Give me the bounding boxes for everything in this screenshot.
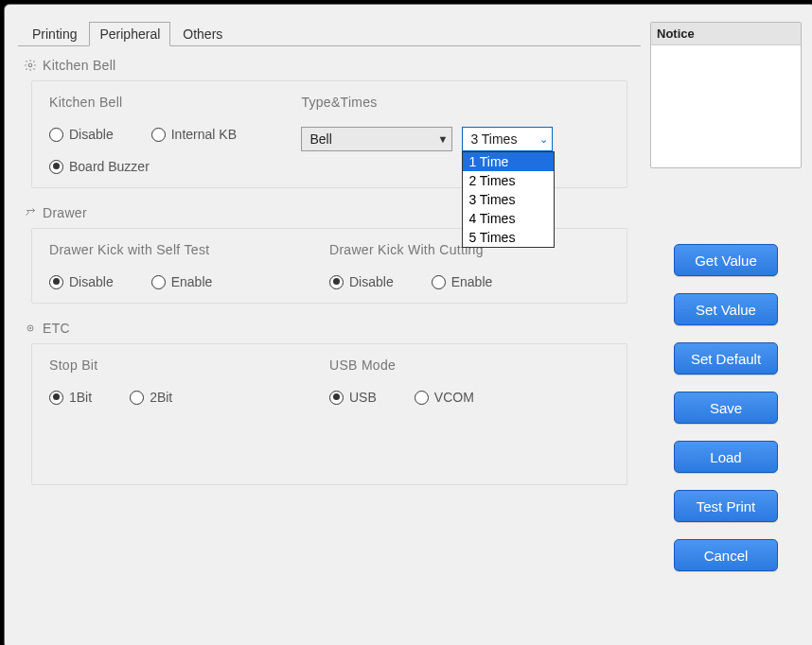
radio-stopbit-2[interactable]: 2Bit <box>130 390 172 405</box>
radio-icon <box>49 160 63 174</box>
radio-icon <box>49 128 63 142</box>
notice-header: Notice <box>651 23 801 45</box>
radio-usbmode-usb[interactable]: USB <box>329 390 377 405</box>
radio-icon <box>151 275 166 289</box>
button-column: Get Value Set Value Set Default Save Loa… <box>650 244 802 571</box>
radio-label: Disable <box>69 127 114 142</box>
save-button[interactable]: Save <box>674 392 778 424</box>
radio-icon <box>49 391 63 405</box>
svg-point-0 <box>28 63 32 67</box>
notice-box: Notice <box>650 22 802 168</box>
radio-kb-disable[interactable]: Disable <box>49 127 114 142</box>
radio-label: Disable <box>349 274 394 289</box>
group-title-stop-bit: Stop Bit <box>49 357 329 373</box>
option-1-time[interactable]: 1 Time <box>463 152 554 171</box>
radio-icon <box>130 391 144 405</box>
svg-point-2 <box>29 327 31 329</box>
test-print-button[interactable]: Test Print <box>674 490 778 522</box>
target-icon <box>24 322 37 335</box>
section-title-drawer: Drawer <box>43 205 87 220</box>
tab-printing[interactable]: Printing <box>22 22 87 46</box>
gear-icon <box>24 59 37 72</box>
settings-window: Printing Peripheral Others Kitchen Bell … <box>4 4 812 645</box>
option-3-times[interactable]: 3 Times <box>463 190 554 209</box>
option-4-times[interactable]: 4 Times <box>463 209 554 228</box>
radio-icon <box>415 391 429 405</box>
radio-label: Board Buzzer <box>69 159 150 174</box>
dropdown-value: Bell <box>309 131 331 147</box>
radio-label: VCOM <box>434 390 474 405</box>
side-area: Notice Get Value Set Value Set Default S… <box>650 22 802 635</box>
radio-drawer-cutting-disable[interactable]: Disable <box>329 274 394 289</box>
radio-kb-internal[interactable]: Internal KB <box>151 127 237 142</box>
group-title-kitchen-bell: Kitchen Bell <box>49 95 301 110</box>
chevron-down-icon: ⌄ <box>539 133 548 146</box>
load-button[interactable]: Load <box>674 441 778 473</box>
radio-label: Disable <box>69 274 114 289</box>
dropdown-value: 3 Times <box>470 131 517 147</box>
option-5-times[interactable]: 5 Times <box>463 228 554 247</box>
radio-icon <box>49 275 63 289</box>
radio-usbmode-vcom[interactable]: VCOM <box>415 390 474 405</box>
radio-drawer-cutting-enable[interactable]: Enable <box>432 274 493 289</box>
tab-bar: Printing Peripheral Others <box>22 22 641 46</box>
radio-icon <box>329 391 344 405</box>
option-2-times[interactable]: 2 Times <box>463 171 554 190</box>
tab-peripheral[interactable]: Peripheral <box>89 22 170 46</box>
cancel-button[interactable]: Cancel <box>674 539 778 571</box>
dropdown-bell-type[interactable]: Bell ▼ <box>301 127 452 151</box>
group-title-drawer-selftest: Drawer Kick with Self Test <box>49 242 329 257</box>
tab-others[interactable]: Others <box>172 22 233 46</box>
radio-icon <box>329 275 344 289</box>
radio-kb-board-buzzer[interactable]: Board Buzzer <box>49 159 150 174</box>
radio-icon <box>432 275 446 289</box>
radio-label: 1Bit <box>69 390 92 405</box>
section-title-kitchen-bell: Kitchen Bell <box>43 58 116 73</box>
radio-label: 2Bit <box>150 390 172 405</box>
tab-panel-peripheral: Kitchen Bell Kitchen Bell Disable <box>18 45 641 635</box>
section-header-etc: ETC <box>24 321 637 336</box>
group-title-type-times: Type&Times <box>301 95 609 110</box>
radio-stopbit-1[interactable]: 1Bit <box>49 390 92 405</box>
radio-label: Enable <box>451 274 493 289</box>
dropdown-bell-times[interactable]: 3 Times ⌄ 1 Time 2 Times 3 Times 4 Times… <box>462 127 553 151</box>
get-value-button[interactable]: Get Value <box>674 244 778 276</box>
group-kitchen-bell: Kitchen Bell Disable Internal KB <box>31 80 627 188</box>
group-title-usb-mode: USB Mode <box>329 357 609 373</box>
radio-label: Internal KB <box>171 127 237 142</box>
radio-icon <box>151 128 166 142</box>
section-title-etc: ETC <box>43 321 70 336</box>
radio-drawer-selftest-enable[interactable]: Enable <box>151 274 213 289</box>
set-value-button[interactable]: Set Value <box>674 293 778 325</box>
radio-label: USB <box>349 390 377 405</box>
arrow-icon <box>24 206 37 219</box>
section-header-kitchen-bell: Kitchen Bell <box>24 58 637 73</box>
radio-label: Enable <box>171 274 213 289</box>
main-area: Printing Peripheral Others Kitchen Bell … <box>18 22 641 635</box>
dropdown-list-times: 1 Time 2 Times 3 Times 4 Times 5 Times <box>462 151 555 248</box>
radio-drawer-selftest-disable[interactable]: Disable <box>49 274 114 289</box>
set-default-button[interactable]: Set Default <box>674 342 778 375</box>
group-etc: Stop Bit 1Bit 2Bit <box>31 343 627 485</box>
chevron-down-icon: ▼ <box>438 133 449 145</box>
